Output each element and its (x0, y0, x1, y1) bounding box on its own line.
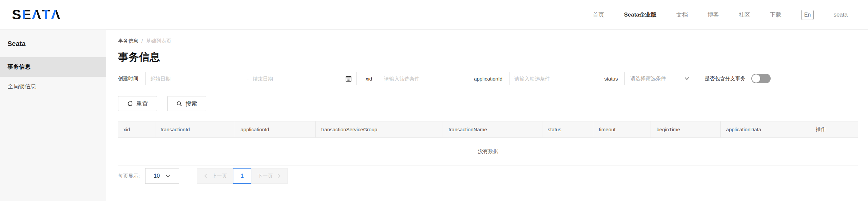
transactions-table: xid transactionId applicationId transact… (118, 121, 858, 165)
date-range-separator: - (247, 76, 249, 82)
sidebar-item-global-lock-info[interactable]: 全局锁信息 (0, 77, 106, 96)
column-header-xid: xid (118, 121, 155, 138)
filter-bar: 创建时间 - (118, 72, 858, 85)
refresh-icon (127, 101, 133, 107)
action-bar: 重置 搜索 (118, 96, 858, 111)
application-id-filter-input[interactable] (509, 72, 595, 85)
search-icon (176, 101, 182, 107)
logo-letter: E (22, 8, 32, 22)
empty-state-text: 没有数据 (118, 138, 858, 165)
column-header-status: status (542, 121, 593, 138)
pager: 上一页 1 下一页 (197, 168, 288, 184)
end-date-input[interactable] (253, 76, 345, 82)
column-header-timeout: timeout (593, 121, 651, 138)
column-header-transaction-service-group: transactionServiceGroup (316, 121, 443, 138)
username-label[interactable]: seata (833, 12, 848, 18)
nav-item-home[interactable]: 首页 (593, 11, 604, 19)
sidebar: Seata 事务信息 全局锁信息 (0, 30, 106, 201)
sidebar-item-transaction-info[interactable]: 事务信息 (0, 57, 106, 77)
logo-letter: Λ (51, 8, 61, 22)
top-nav: S E Λ T Λ 首页 Seata企业版 文档 博客 社区 下载 En sea… (0, 0, 868, 30)
current-page-button[interactable]: 1 (233, 168, 251, 184)
breadcrumb: 事务信息/基础列表页 (118, 38, 858, 44)
column-header-application-data: applicationData (720, 121, 810, 138)
status-label: status (604, 76, 618, 82)
breadcrumb-transaction-info[interactable]: 事务信息 (118, 38, 138, 44)
nav-item-download[interactable]: 下载 (770, 11, 782, 19)
table-header-row: xid transactionId applicationId transact… (118, 121, 858, 138)
sidebar-title: Seata (0, 30, 106, 48)
date-range-picker[interactable]: - (145, 72, 357, 85)
column-header-begin-time: beginTime (651, 121, 720, 138)
logo-letter: Λ (32, 8, 42, 22)
empty-state-row: 没有数据 (118, 138, 858, 165)
chevron-down-icon (165, 173, 171, 179)
nav-item-blog[interactable]: 博客 (708, 11, 719, 19)
column-header-transaction-id: transactionId (155, 121, 235, 138)
column-header-application-id: applicationId (235, 121, 316, 138)
chevron-left-icon (203, 174, 208, 178)
include-branch-toggle[interactable] (751, 74, 771, 83)
xid-filter-input[interactable] (379, 72, 465, 85)
create-time-label: 创建时间 (118, 75, 138, 82)
start-date-input[interactable] (150, 76, 243, 82)
breadcrumb-basic-list-page: 基础列表页 (146, 38, 171, 44)
nav-item-community[interactable]: 社区 (739, 11, 750, 19)
next-page-label: 下一页 (257, 173, 273, 179)
pagination-bar: 每页显示: 10 上一页 1 下一页 (118, 168, 858, 184)
chevron-down-icon (684, 76, 690, 81)
seata-console-page: S E Λ T Λ 首页 Seata企业版 文档 博客 社区 下载 En sea… (0, 0, 868, 201)
search-button-label: 搜索 (186, 100, 197, 108)
status-select-placeholder: 请选择筛选条件 (630, 75, 666, 82)
prev-page-label: 上一页 (212, 173, 227, 179)
search-button[interactable]: 搜索 (167, 96, 206, 111)
logo-letter: S (12, 8, 22, 22)
nav-item-enterprise[interactable]: Seata企业版 (624, 11, 656, 19)
calendar-icon[interactable] (345, 75, 352, 82)
prev-page-button[interactable]: 上一页 (197, 169, 233, 183)
nav-item-docs[interactable]: 文档 (676, 11, 688, 19)
page-size-value: 10 (154, 173, 160, 179)
application-id-label: applicationId (474, 76, 502, 82)
breadcrumb-separator: / (141, 38, 143, 44)
xid-label: xid (366, 76, 372, 82)
top-nav-links: 首页 Seata企业版 文档 博客 社区 下载 En seata (593, 10, 848, 20)
reset-button-label: 重置 (136, 100, 148, 108)
language-switch-button[interactable]: En (801, 10, 814, 20)
column-header-operations: 操作 (810, 121, 858, 138)
logo-letter: T (42, 8, 51, 22)
column-header-transaction-name: transactionName (443, 121, 542, 138)
page-title: 事务信息 (118, 50, 858, 64)
toggle-knob (752, 74, 760, 83)
page-size-select[interactable]: 10 (145, 168, 179, 184)
status-select[interactable]: 请选择筛选条件 (624, 72, 694, 85)
main-content: 事务信息/基础列表页 事务信息 创建时间 - (106, 30, 868, 201)
chevron-right-icon (276, 174, 281, 178)
seata-logo[interactable]: S E Λ T Λ (12, 8, 61, 22)
include-branch-label: 是否包含分支事务 (705, 75, 745, 82)
next-page-button[interactable]: 下一页 (251, 169, 287, 183)
page-size-label: 每页显示: (118, 173, 140, 179)
reset-button[interactable]: 重置 (118, 96, 157, 111)
